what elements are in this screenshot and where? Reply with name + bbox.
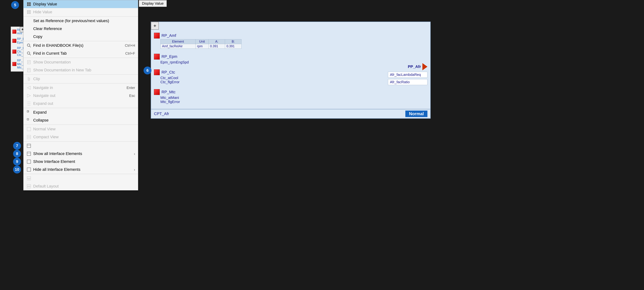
nav-in-icon (26, 85, 32, 90)
menu-item-hide-interface[interactable]: 10 Hide all Interface Elements › (24, 166, 138, 174)
find-ehandbook-shortcut: Ctrl+H (125, 44, 135, 48)
separator-9 (24, 174, 138, 174)
badge-5: 5 (11, 1, 19, 9)
rp-amf-table: Element Unit A: B: Amf_facRelAir rpm 0.3… (160, 39, 242, 49)
menu-item-normal-view[interactable]: Normal View (24, 125, 138, 133)
rp-amf-col-a: A: (208, 39, 225, 44)
rp-ctc-sub-2: Ctc_flgError (160, 80, 242, 84)
navigate-in-shortcut: Enter (126, 86, 135, 90)
svg-rect-37 (27, 185, 31, 186)
hide-value-label: Hide Value (33, 10, 135, 14)
rp-epm-label: RP_Epm (162, 54, 177, 59)
pp-afr-arrow (422, 63, 428, 70)
clear-reference-label: Clear Reference (33, 27, 135, 31)
rp-amf-col-unit: Unit (196, 39, 208, 44)
grid-icon (26, 2, 32, 7)
doc-icon (26, 60, 32, 65)
display-value-badge: Display Value (139, 0, 167, 7)
menu-item-show-doc-tab[interactable]: Show Documentation in New Tab (24, 66, 138, 74)
compact-view-icon (26, 134, 32, 139)
svg-text:+: + (28, 110, 29, 112)
svg-rect-30 (27, 152, 31, 156)
menu-item-find-tab[interactable]: Find in Current Tab Ctrl+F (24, 49, 138, 57)
rp-ctc-label: RP_Ctc (162, 70, 175, 75)
expand-icon: + (26, 110, 32, 115)
svg-rect-27 (27, 137, 31, 139)
separator-4 (24, 74, 138, 75)
separator-1 (24, 16, 138, 17)
interface2-icon (26, 159, 32, 164)
auto-layout-label: Default Layout (33, 184, 135, 189)
svg-marker-19 (27, 86, 30, 89)
context-menu: Display Value Display Value Hide Value S… (23, 0, 138, 190)
svg-rect-3 (29, 4, 31, 6)
badge-9: 9 (13, 158, 21, 166)
separator-3 (24, 58, 138, 58)
menu-item-copy[interactable]: Copy (24, 33, 138, 41)
menu-item-show-all-interface[interactable]: 7 (24, 142, 138, 150)
expand-out-label: Expand out (33, 101, 135, 106)
menu-item-find-ehandbook[interactable]: Find in EHANDBOOK File(s) Ctrl+H (24, 42, 138, 49)
menu-item-show-doc[interactable]: Show Documentation (24, 58, 138, 66)
svg-line-9 (30, 46, 31, 47)
rp-block-mtc: RP_Mtc Mtc_atMani Mtc_flgError (154, 89, 242, 104)
menu-item-compact-view[interactable]: Compact View (24, 133, 138, 141)
output-row: PP_Afr (408, 63, 428, 70)
interface2-icon-2 (26, 167, 32, 172)
doc-icon-2 (26, 68, 32, 73)
show-interface-label: Show all Interface Elements (33, 151, 132, 156)
table-row: Amf_facRelAir rpm 0.391 0.391 (160, 44, 242, 49)
layout-icon-2 (26, 184, 32, 189)
svg-rect-1 (29, 2, 31, 4)
rp-block-ctc: RP_Ctc Ctc_atCool Ctc_flgError (154, 69, 242, 84)
svg-rect-2 (27, 4, 29, 6)
rp-amf-col-b: B: (225, 39, 242, 44)
svg-rect-0 (27, 2, 29, 4)
amf-b: 0.391 (225, 44, 242, 49)
menu-item-show-interface[interactable]: 8 Show all Interface Elements › (24, 150, 138, 158)
red-square-amf (12, 30, 16, 34)
svg-rect-35 (27, 179, 28, 180)
rp-mtc-square (154, 89, 160, 95)
rp-mtc-sub-1: Mtc_atMani (160, 96, 242, 100)
menu-item-collapse[interactable]: - Collapse (24, 116, 138, 124)
svg-rect-6 (27, 12, 29, 14)
menu-item-clip[interactable]: Clip (24, 75, 138, 83)
svg-rect-33 (27, 168, 31, 171)
navigate-out-shortcut: Esc (129, 94, 135, 98)
set-reference-label: Set as Reference (for previous/next valu… (33, 19, 135, 23)
badge-10: 10 (13, 166, 21, 174)
svg-rect-7 (29, 12, 31, 14)
diagram-plus-button[interactable]: + (151, 22, 159, 30)
collapse-label: Collapse (33, 118, 135, 123)
rp-amf-square (154, 33, 160, 39)
menu-item-display-value[interactable]: Display Value Display Value (24, 0, 138, 8)
layout-icon (26, 176, 32, 181)
rp-block-amf: RP_Amf Element Unit A: B: Amf_facRelAir … (154, 33, 242, 49)
badge-8: 8 (13, 150, 21, 158)
interface-icon (26, 143, 32, 148)
menu-item-clear-reference[interactable]: Clear Reference (24, 25, 138, 33)
pp-afr-label: PP_Afr (408, 64, 421, 69)
menu-item-auto-layout[interactable]: Default Layout (24, 182, 138, 190)
hide-interface-label: Hide all Interface Elements (33, 167, 132, 172)
svg-point-10 (27, 52, 30, 54)
find-tab-shortcut: Ctrl+F (125, 51, 135, 56)
menu-item-hide-all-interface[interactable]: 9 Show Interface Element (24, 158, 138, 166)
clip-icon (26, 76, 32, 81)
menu-item-expand-out[interactable]: Expand out (24, 100, 138, 107)
svg-line-11 (30, 54, 31, 55)
menu-item-navigate-out[interactable]: Navigate out Esc (24, 92, 138, 100)
rp-mtc-header: RP_Mtc (154, 89, 242, 95)
amf-unit: rpm (196, 44, 208, 49)
rp-amf-header: RP_Amf (154, 33, 242, 39)
show-doc-label: Show Documentation (33, 60, 135, 65)
navigate-out-label: Navigate out (33, 93, 126, 98)
navigate-in-label: Navigate in (33, 85, 123, 90)
menu-item-set-reference[interactable]: Set as Reference (for previous/next valu… (24, 17, 138, 25)
menu-item-navigate-in[interactable]: Navigate in Enter (24, 84, 138, 92)
menu-item-hide-value[interactable]: Hide Value (24, 8, 138, 16)
rp-epm-square (154, 54, 160, 60)
menu-item-expand[interactable]: + Expand (24, 108, 138, 116)
menu-item-default-layout[interactable] (24, 174, 138, 182)
